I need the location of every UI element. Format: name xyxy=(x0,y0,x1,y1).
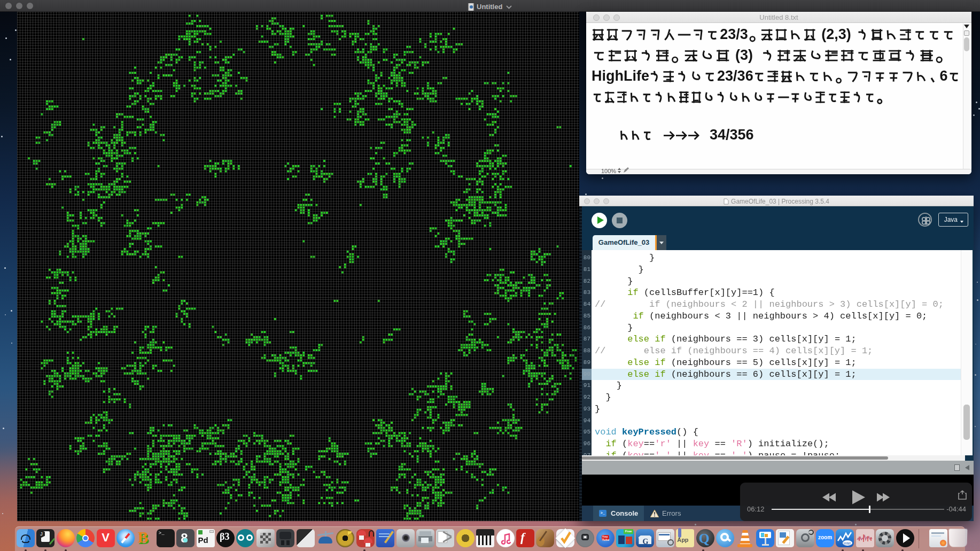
svg-text:intel: intel xyxy=(844,541,851,545)
